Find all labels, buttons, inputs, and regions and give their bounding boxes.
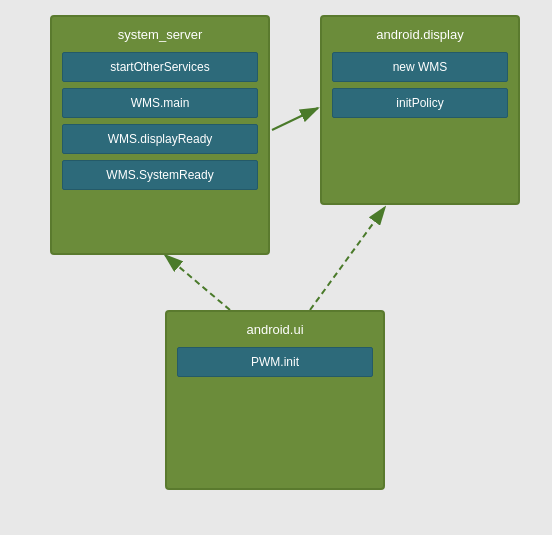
system-server-module: system_server startOtherServices WMS.mai… [50, 15, 270, 255]
dashed-arrow-1 [165, 255, 230, 310]
system-server-title: system_server [62, 27, 258, 42]
android-display-title: android.display [332, 27, 508, 42]
android-ui-module: android.ui PWM.init [165, 310, 385, 490]
diagram-container: system_server startOtherServices WMS.mai… [0, 0, 552, 535]
method-new-wms[interactable]: new WMS [332, 52, 508, 82]
method-startOtherServices[interactable]: startOtherServices [62, 52, 258, 82]
method-wms-systemReady[interactable]: WMS.SystemReady [62, 160, 258, 190]
method-wms-main[interactable]: WMS.main [62, 88, 258, 118]
method-wms-displayReady[interactable]: WMS.displayReady [62, 124, 258, 154]
android-ui-title: android.ui [177, 322, 373, 337]
dashed-arrow-2 [310, 207, 385, 310]
solid-arrow [272, 108, 318, 130]
method-pwm-init[interactable]: PWM.init [177, 347, 373, 377]
method-initPolicy[interactable]: initPolicy [332, 88, 508, 118]
android-display-module: android.display new WMS initPolicy [320, 15, 520, 205]
